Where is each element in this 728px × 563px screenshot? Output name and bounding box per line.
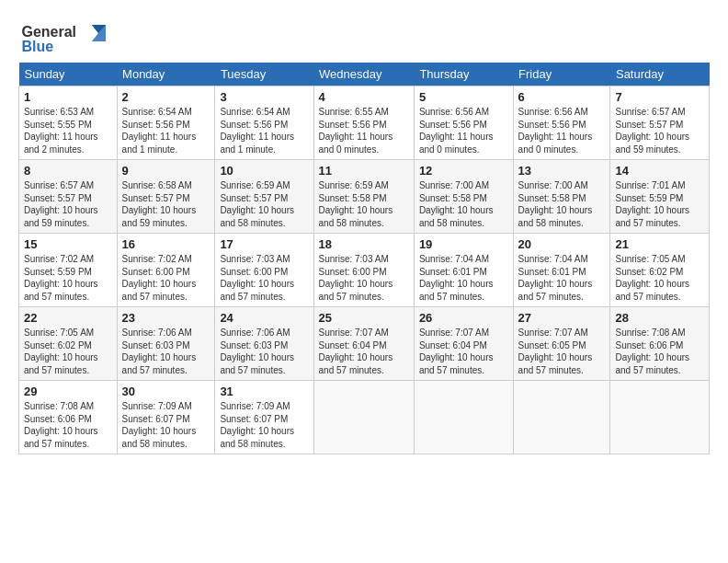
calendar-cell-week0-day6: 7Sunrise: 6:57 AMSunset: 5:57 PMDaylight… bbox=[610, 86, 710, 160]
day-info: Sunrise: 7:07 AMSunset: 6:05 PMDaylight:… bbox=[518, 327, 606, 376]
calendar-cell-week1-day1: 9Sunrise: 6:58 AMSunset: 5:57 PMDaylight… bbox=[117, 160, 215, 234]
logo: General Blue bbox=[18, 18, 119, 55]
day-number: 30 bbox=[122, 385, 210, 398]
day-number: 19 bbox=[419, 237, 508, 251]
logo-svg: General Blue bbox=[18, 18, 119, 55]
day-info: Sunrise: 7:09 AMSunset: 6:07 PMDaylight:… bbox=[220, 400, 308, 450]
day-number: 9 bbox=[122, 164, 210, 178]
weekday-header-wednesday: Wednesday bbox=[313, 63, 414, 86]
day-info: Sunrise: 7:07 AMSunset: 6:04 PMDaylight:… bbox=[319, 327, 409, 376]
day-info: Sunrise: 7:08 AMSunset: 6:06 PMDaylight:… bbox=[615, 327, 704, 376]
day-info: Sunrise: 6:54 AMSunset: 5:56 PMDaylight:… bbox=[220, 106, 308, 155]
day-info: Sunrise: 6:54 AMSunset: 5:56 PMDaylight:… bbox=[122, 106, 210, 155]
day-info: Sunrise: 7:01 AMSunset: 5:59 PMDaylight:… bbox=[615, 179, 704, 229]
calendar-cell-week2-day0: 15Sunrise: 7:02 AMSunset: 5:59 PMDayligh… bbox=[19, 234, 118, 307]
calendar-cell-week4-day1: 30Sunrise: 7:09 AMSunset: 6:07 PMDayligh… bbox=[117, 381, 215, 454]
day-number: 10 bbox=[220, 164, 308, 178]
day-info: Sunrise: 6:58 AMSunset: 5:57 PMDaylight:… bbox=[122, 179, 210, 229]
day-info: Sunrise: 6:55 AMSunset: 5:56 PMDaylight:… bbox=[319, 106, 409, 155]
day-number: 18 bbox=[319, 237, 409, 251]
weekday-header-monday: Monday bbox=[117, 63, 215, 86]
calendar-cell-week4-day3 bbox=[313, 381, 414, 454]
calendar-cell-week1-day2: 10Sunrise: 6:59 AMSunset: 5:57 PMDayligh… bbox=[215, 160, 313, 234]
day-number: 16 bbox=[122, 237, 210, 251]
day-number: 2 bbox=[122, 90, 210, 104]
calendar-cell-week3-day3: 25Sunrise: 7:07 AMSunset: 6:04 PMDayligh… bbox=[313, 307, 414, 381]
day-info: Sunrise: 6:57 AMSunset: 5:57 PMDaylight:… bbox=[24, 179, 112, 229]
calendar-cell-week1-day5: 13Sunrise: 7:00 AMSunset: 5:58 PMDayligh… bbox=[513, 160, 610, 234]
day-number: 21 bbox=[615, 237, 704, 251]
calendar-cell-week0-day4: 5Sunrise: 6:56 AMSunset: 5:56 PMDaylight… bbox=[414, 86, 513, 160]
day-number: 13 bbox=[518, 164, 606, 178]
weekday-header-sunday: Sunday bbox=[19, 63, 118, 86]
calendar-cell-week2-day2: 17Sunrise: 7:03 AMSunset: 6:00 PMDayligh… bbox=[215, 234, 313, 307]
day-info: Sunrise: 6:59 AMSunset: 5:57 PMDaylight:… bbox=[220, 179, 308, 229]
day-info: Sunrise: 7:05 AMSunset: 6:02 PMDaylight:… bbox=[615, 253, 704, 303]
day-number: 15 bbox=[24, 237, 112, 251]
calendar-cell-week3-day2: 24Sunrise: 7:06 AMSunset: 6:03 PMDayligh… bbox=[215, 307, 313, 381]
day-info: Sunrise: 7:04 AMSunset: 6:01 PMDaylight:… bbox=[518, 253, 606, 303]
weekday-header-thursday: Thursday bbox=[414, 63, 513, 86]
calendar-cell-week0-day1: 2Sunrise: 6:54 AMSunset: 5:56 PMDaylight… bbox=[117, 86, 215, 160]
day-number: 28 bbox=[615, 311, 704, 325]
day-info: Sunrise: 7:05 AMSunset: 6:02 PMDaylight:… bbox=[24, 327, 112, 376]
calendar-cell-week4-day6 bbox=[610, 381, 710, 454]
day-number: 27 bbox=[518, 311, 606, 325]
day-info: Sunrise: 6:57 AMSunset: 5:57 PMDaylight:… bbox=[615, 106, 704, 155]
calendar-cell-week2-day6: 21Sunrise: 7:05 AMSunset: 6:02 PMDayligh… bbox=[610, 234, 710, 307]
calendar-cell-week4-day5 bbox=[513, 381, 610, 454]
day-number: 1 bbox=[24, 90, 112, 104]
calendar-cell-week1-day0: 8Sunrise: 6:57 AMSunset: 5:57 PMDaylight… bbox=[19, 160, 118, 234]
calendar-cell-week3-day1: 23Sunrise: 7:06 AMSunset: 6:03 PMDayligh… bbox=[117, 307, 215, 381]
day-number: 7 bbox=[615, 90, 704, 104]
day-info: Sunrise: 7:08 AMSunset: 6:06 PMDaylight:… bbox=[24, 400, 112, 450]
day-info: Sunrise: 7:07 AMSunset: 6:04 PMDaylight:… bbox=[419, 327, 508, 376]
calendar-cell-week0-day3: 4Sunrise: 6:55 AMSunset: 5:56 PMDaylight… bbox=[313, 86, 414, 160]
day-number: 25 bbox=[319, 311, 409, 325]
day-number: 12 bbox=[419, 164, 508, 178]
calendar-cell-week1-day4: 12Sunrise: 7:00 AMSunset: 5:58 PMDayligh… bbox=[414, 160, 513, 234]
day-number: 23 bbox=[122, 311, 210, 325]
day-info: Sunrise: 7:04 AMSunset: 6:01 PMDaylight:… bbox=[419, 253, 508, 303]
weekday-header-friday: Friday bbox=[513, 63, 610, 86]
day-info: Sunrise: 7:09 AMSunset: 6:07 PMDaylight:… bbox=[122, 400, 210, 450]
calendar-cell-week2-day4: 19Sunrise: 7:04 AMSunset: 6:01 PMDayligh… bbox=[414, 234, 513, 307]
calendar-cell-week3-day0: 22Sunrise: 7:05 AMSunset: 6:02 PMDayligh… bbox=[19, 307, 118, 381]
day-number: 5 bbox=[419, 90, 508, 104]
calendar-cell-week1-day6: 14Sunrise: 7:01 AMSunset: 5:59 PMDayligh… bbox=[610, 160, 710, 234]
calendar-cell-week3-day6: 28Sunrise: 7:08 AMSunset: 6:06 PMDayligh… bbox=[610, 307, 710, 381]
calendar-table: SundayMondayTuesdayWednesdayThursdayFrid… bbox=[18, 63, 710, 454]
day-number: 11 bbox=[319, 164, 409, 178]
weekday-header-saturday: Saturday bbox=[610, 63, 710, 86]
calendar-cell-week4-day4 bbox=[414, 381, 513, 454]
day-info: Sunrise: 6:56 AMSunset: 5:56 PMDaylight:… bbox=[419, 106, 508, 155]
day-info: Sunrise: 7:02 AMSunset: 6:00 PMDaylight:… bbox=[122, 253, 210, 303]
day-number: 29 bbox=[24, 385, 112, 398]
page-header: General Blue bbox=[18, 18, 710, 55]
day-info: Sunrise: 6:56 AMSunset: 5:56 PMDaylight:… bbox=[518, 106, 606, 155]
svg-text:Blue: Blue bbox=[21, 39, 53, 54]
calendar-cell-week2-day3: 18Sunrise: 7:03 AMSunset: 6:00 PMDayligh… bbox=[313, 234, 414, 307]
day-number: 31 bbox=[220, 385, 308, 398]
day-number: 8 bbox=[24, 164, 112, 178]
day-info: Sunrise: 7:00 AMSunset: 5:58 PMDaylight:… bbox=[518, 179, 606, 229]
day-info: Sunrise: 6:53 AMSunset: 5:55 PMDaylight:… bbox=[24, 106, 112, 155]
day-number: 24 bbox=[220, 311, 308, 325]
calendar-cell-week0-day0: 1Sunrise: 6:53 AMSunset: 5:55 PMDaylight… bbox=[19, 86, 118, 160]
day-number: 20 bbox=[518, 237, 606, 251]
day-info: Sunrise: 6:59 AMSunset: 5:58 PMDaylight:… bbox=[319, 179, 409, 229]
calendar-cell-week0-day5: 6Sunrise: 6:56 AMSunset: 5:56 PMDaylight… bbox=[513, 86, 610, 160]
day-info: Sunrise: 7:02 AMSunset: 5:59 PMDaylight:… bbox=[24, 253, 112, 303]
weekday-header-tuesday: Tuesday bbox=[215, 63, 313, 86]
calendar-cell-week3-day4: 26Sunrise: 7:07 AMSunset: 6:04 PMDayligh… bbox=[414, 307, 513, 381]
day-number: 26 bbox=[419, 311, 508, 325]
calendar-cell-week0-day2: 3Sunrise: 6:54 AMSunset: 5:56 PMDaylight… bbox=[215, 86, 313, 160]
calendar-cell-week4-day2: 31Sunrise: 7:09 AMSunset: 6:07 PMDayligh… bbox=[215, 381, 313, 454]
day-info: Sunrise: 7:00 AMSunset: 5:58 PMDaylight:… bbox=[419, 179, 508, 229]
calendar-cell-week2-day1: 16Sunrise: 7:02 AMSunset: 6:00 PMDayligh… bbox=[117, 234, 215, 307]
calendar-cell-week1-day3: 11Sunrise: 6:59 AMSunset: 5:58 PMDayligh… bbox=[313, 160, 414, 234]
calendar-cell-week2-day5: 20Sunrise: 7:04 AMSunset: 6:01 PMDayligh… bbox=[513, 234, 610, 307]
day-number: 14 bbox=[615, 164, 704, 178]
day-info: Sunrise: 7:06 AMSunset: 6:03 PMDaylight:… bbox=[122, 327, 210, 376]
calendar-cell-week4-day0: 29Sunrise: 7:08 AMSunset: 6:06 PMDayligh… bbox=[19, 381, 118, 454]
